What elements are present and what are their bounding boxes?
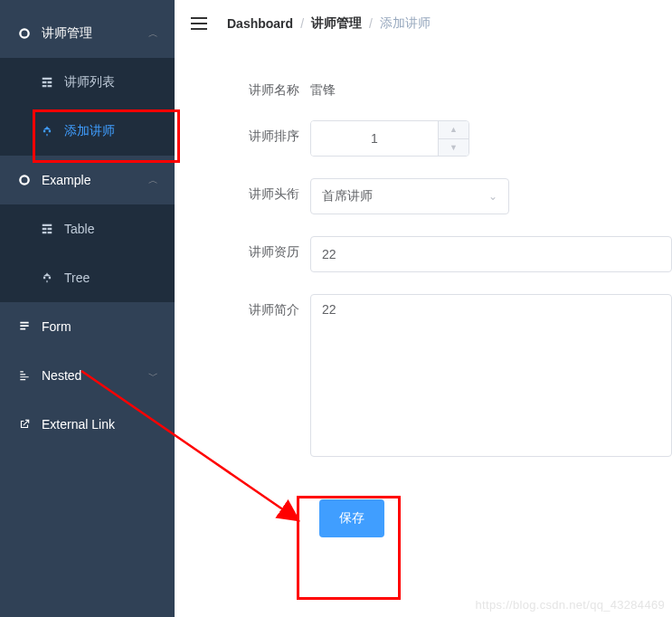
form-row-title: 讲师头衔 首席讲师 ⌄ [238, 178, 672, 214]
form-label: 讲师名称 [238, 74, 310, 98]
form-row-name: 讲师名称 雷锋 [238, 74, 672, 99]
circle-icon [18, 27, 42, 40]
intro-textarea[interactable] [310, 294, 672, 457]
sidebar-item-table[interactable]: Table [0, 204, 175, 253]
breadcrumb-item: 添加讲师 [380, 15, 431, 32]
form-row-intro: 讲师简介 [238, 294, 672, 460]
sidebar-group-teacher[interactable]: 讲师管理 ︿ [0, 9, 175, 58]
stepper-down[interactable]: ▼ [439, 139, 469, 157]
sidebar-item-add-teacher[interactable]: 添加讲师 [0, 107, 175, 156]
sidebar-item-teacher-list[interactable]: 讲师列表 [0, 58, 175, 107]
teacher-name-value: 雷锋 [310, 74, 672, 99]
select-value: 首席讲师 [322, 188, 373, 204]
sidebar-item-nested[interactable]: Nested ﹀ [0, 351, 175, 400]
sidebar: 讲师管理 ︿ 讲师列表 添加讲师 Example ︿ T [0, 0, 175, 617]
form-label: 讲师排序 [238, 120, 310, 144]
watermark: https://blog.csdn.net/qq_43284469 [476, 598, 665, 612]
tree-icon [41, 125, 64, 138]
save-button[interactable]: 保存 [319, 499, 384, 537]
form-row-sort: 讲师排序 ▲ ▼ [238, 120, 672, 157]
tree-icon [41, 271, 64, 284]
resume-input[interactable] [310, 236, 672, 272]
sidebar-item-label: Form [42, 319, 156, 334]
sidebar-group-example[interactable]: Example ︿ [0, 156, 175, 204]
form-label: 讲师头衔 [238, 178, 310, 202]
sidebar-item-form[interactable]: Form [0, 302, 175, 351]
form-row-actions: 保存 [238, 481, 672, 537]
nested-icon [18, 369, 42, 382]
form-label: 讲师资历 [238, 236, 310, 260]
chevron-up-icon: ︿ [148, 27, 158, 41]
breadcrumb: Dashboard / 讲师管理 / 添加讲师 [227, 15, 431, 32]
form-label: 讲师简介 [238, 294, 310, 318]
sort-number-input[interactable]: ▲ ▼ [310, 120, 469, 157]
hamburger-icon[interactable] [191, 17, 209, 30]
breadcrumb-sep: / [369, 16, 373, 31]
table-icon [41, 76, 64, 89]
sidebar-item-label: Nested [42, 368, 156, 383]
form-icon [18, 320, 42, 333]
stepper-up[interactable]: ▲ [439, 121, 469, 139]
sidebar-item-external-link[interactable]: External Link [0, 400, 175, 449]
title-select[interactable]: 首席讲师 ⌄ [310, 178, 509, 214]
table-icon [41, 223, 64, 235]
chevron-up-icon: ︿ [148, 174, 158, 187]
sidebar-item-label: 讲师列表 [64, 74, 156, 90]
sidebar-item-label: Table [64, 222, 156, 236]
header: Dashboard / 讲师管理 / 添加讲师 [175, 0, 672, 47]
sidebar-item-label: 添加讲师 [64, 123, 156, 139]
form-row-resume: 讲师资历 [238, 236, 672, 272]
sidebar-item-label: External Link [42, 417, 156, 432]
circle-icon [18, 174, 42, 186]
main: Dashboard / 讲师管理 / 添加讲师 讲师名称 雷锋 讲师排序 ▲ [175, 0, 672, 617]
form: 讲师名称 雷锋 讲师排序 ▲ ▼ 讲师头衔 [175, 47, 672, 559]
external-link-icon [18, 418, 42, 431]
sidebar-item-label: Tree [64, 271, 156, 285]
chevron-down-icon: ⌄ [488, 190, 497, 203]
breadcrumb-sep: / [300, 16, 304, 31]
chevron-down-icon: ﹀ [148, 369, 158, 383]
breadcrumb-item[interactable]: 讲师管理 [311, 15, 362, 32]
sidebar-group-label: Example [42, 173, 156, 187]
sidebar-item-tree[interactable]: Tree [0, 253, 175, 302]
sidebar-group-label: 讲师管理 [42, 25, 156, 42]
breadcrumb-item[interactable]: Dashboard [227, 16, 293, 31]
sort-input-field[interactable] [311, 121, 438, 156]
